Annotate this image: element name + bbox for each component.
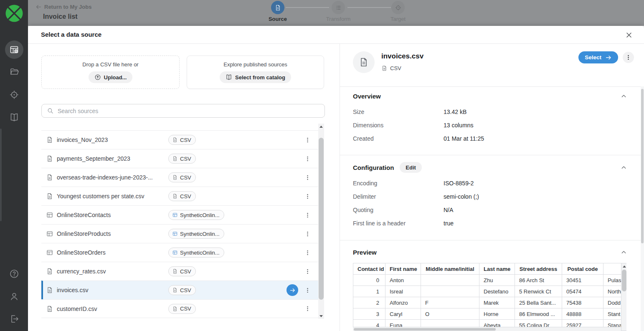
file-icon — [381, 65, 388, 71]
scrollbar-thumb[interactable] — [354, 328, 496, 331]
row-menu-button[interactable] — [304, 266, 311, 276]
source-name: OnlineStoreContacts — [57, 212, 168, 218]
collapse-overview-icon[interactable] — [620, 92, 628, 100]
sidebar-item-account[interactable] — [9, 291, 19, 301]
table-icon — [172, 231, 178, 237]
source-list-item[interactable]: OnlineStoreContactsSyntheticOnlin... — [41, 205, 318, 224]
step-target[interactable]: Target — [377, 1, 419, 22]
catalog-text: Explore published sources — [223, 61, 287, 68]
source-list-item[interactable]: OnlineStoreOrdersSyntheticOnlin... — [41, 243, 318, 262]
source-name: OnlineStoreOrders — [57, 249, 168, 256]
preview-column-header: Postal code — [562, 263, 603, 275]
scroll-down-icon[interactable] — [318, 313, 324, 319]
source-type-badge: CSV — [168, 135, 196, 145]
scrollbar-thumb[interactable] — [622, 270, 626, 291]
row-menu-button[interactable] — [304, 304, 311, 314]
file-icon — [46, 174, 53, 181]
step-source[interactable]: Source — [257, 1, 299, 22]
source-list-item[interactable]: Youngest customers per state.csvCSV — [41, 187, 318, 205]
preview-cell: Alfonzo — [385, 297, 421, 308]
edit-configuration-button[interactable]: Edit — [400, 162, 422, 173]
search-icon — [47, 107, 54, 114]
preview-row: 0AntonZhu86 Arch St30451Pulas — [353, 275, 627, 286]
source-type-badge: CSV — [168, 304, 196, 314]
scroll-up-icon[interactable] — [318, 124, 324, 129]
sidebar-item-jobs[interactable] — [5, 40, 23, 59]
row-menu-button[interactable] — [304, 229, 311, 239]
preview-cell: Marek — [479, 297, 515, 308]
field-row: First line is a headertrue — [353, 217, 628, 230]
row-menu-button[interactable] — [304, 285, 311, 295]
preview-table-hscrollbar[interactable] — [353, 327, 621, 331]
back-arrow-icon — [35, 4, 42, 10]
source-list-item[interactable]: currency_rates.csvCSV — [41, 262, 318, 280]
collapse-configuration-icon[interactable] — [620, 164, 628, 171]
clover-logo[interactable] — [5, 4, 24, 23]
back-link[interactable]: Return to My Jobs — [35, 4, 91, 10]
source-list-item[interactable]: customerID.csvCSV — [41, 299, 318, 318]
preview-cell: Zhu — [479, 275, 515, 286]
sidebar-item-sources[interactable] — [9, 67, 19, 77]
row-menu-button[interactable] — [304, 191, 311, 201]
row-menu-button[interactable] — [304, 248, 311, 258]
preview-table-scrollbar[interactable] — [621, 263, 626, 331]
select-button[interactable]: Select — [578, 51, 618, 63]
row-menu-button[interactable] — [304, 210, 311, 220]
file-icon-large — [353, 51, 375, 73]
file-icon — [172, 174, 178, 180]
sidebar-item-logout[interactable] — [9, 314, 19, 324]
badge-label: CSV — [180, 156, 191, 162]
upload-button[interactable]: Upload... — [89, 71, 133, 83]
field-label: Size — [353, 109, 444, 115]
table-icon — [46, 230, 53, 238]
file-icon — [172, 193, 178, 199]
sources-scrollbar[interactable] — [318, 124, 324, 319]
select-button-label: Select — [585, 54, 601, 61]
row-menu-button[interactable] — [304, 135, 311, 145]
search-input[interactable] — [58, 108, 319, 114]
preview-section-header: Preview — [353, 247, 628, 258]
sidebar-item-help[interactable] — [9, 269, 19, 279]
details-scrollbar[interactable] — [641, 86, 644, 331]
file-icon — [46, 305, 53, 313]
step-label: Target — [377, 16, 419, 22]
sidebar-item-catalog[interactable] — [9, 112, 19, 122]
open-source-button[interactable] — [287, 284, 298, 296]
row-menu-button[interactable] — [304, 172, 311, 182]
preview-cell: 2 — [353, 297, 385, 308]
close-icon[interactable] — [625, 30, 634, 40]
row-menu-button[interactable] — [304, 154, 311, 164]
preview-cell: 48888 — [562, 308, 603, 320]
modal-header: Select a data source — [28, 26, 644, 44]
csv-dropzone[interactable]: Drop a CSV file here or Upload... — [41, 56, 180, 89]
collapse-preview-icon[interactable] — [620, 248, 628, 256]
source-list-item[interactable]: overseas-trade-indexes-june-2023-...CSV — [41, 168, 318, 187]
source-list-item[interactable]: payments_September_2023CSV — [41, 149, 318, 168]
preview-cell: Destefano — [479, 286, 515, 297]
badge-label: CSV — [180, 268, 191, 275]
search-box[interactable] — [41, 104, 325, 118]
step-transform[interactable]: Transform — [317, 1, 359, 22]
field-label: Quoting — [353, 207, 444, 213]
preview-cell: 30451 — [562, 275, 603, 286]
preview-column-header: Last name — [479, 263, 515, 275]
source-type-badge: SyntheticOnlin... — [168, 210, 224, 220]
source-list-item[interactable]: invoices_Nov_2023CSV — [41, 130, 318, 149]
field-row: QuotingN/A — [353, 203, 628, 217]
details-menu-button[interactable] — [623, 52, 634, 63]
job-title: Invoice list — [43, 13, 78, 20]
preview-cell — [421, 275, 479, 286]
scrollbar-thumb[interactable] — [319, 138, 324, 300]
field-label: Created — [353, 135, 444, 142]
select-from-catalog-button[interactable]: Select from catalog — [220, 71, 291, 83]
source-list-item[interactable]: OnlineStoreProductsSyntheticOnlin... — [41, 224, 318, 243]
source-list-item[interactable]: invoices.csvCSV — [41, 280, 318, 299]
scroll-up-icon[interactable] — [621, 263, 626, 269]
section-divider — [340, 86, 641, 87]
source-type-badge: SyntheticOnlin... — [168, 229, 224, 239]
preview-cell: 86 Arch St — [515, 275, 562, 286]
scrollbar-thumb[interactable] — [641, 89, 644, 243]
step-label: Source — [257, 16, 299, 22]
preview-row: 1IsrealDestefano5 Renwick Ct05474North — [353, 286, 627, 297]
sidebar-item-destinations[interactable] — [9, 90, 19, 100]
